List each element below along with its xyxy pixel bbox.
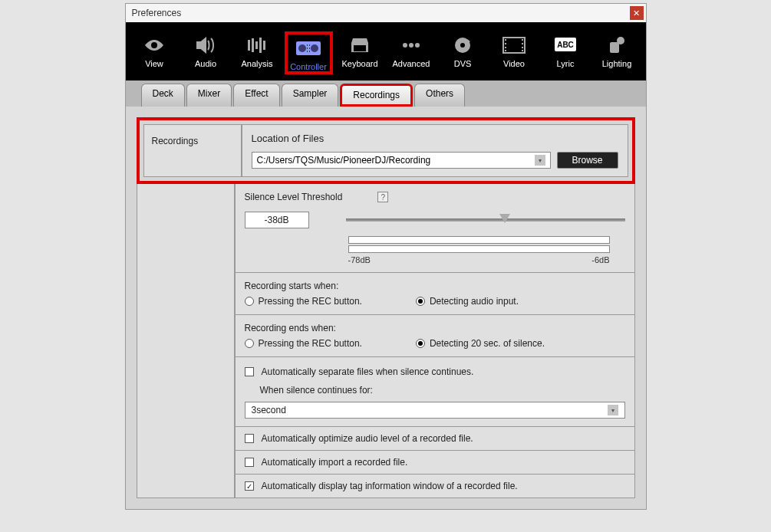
radio-icon bbox=[416, 339, 425, 348]
eye-icon bbox=[130, 31, 179, 59]
slider-thumb-icon bbox=[499, 214, 510, 223]
svg-rect-1 bbox=[248, 40, 250, 51]
preferences-window: Preferences ✕ View Audio Analysis Contro… bbox=[125, 3, 647, 510]
tab-mixer[interactable]: Mixer bbox=[186, 84, 232, 107]
location-highlight: Recordings Location of Files C:/Users/TQ… bbox=[137, 117, 635, 184]
toolbar-dvs[interactable]: DVS bbox=[439, 31, 487, 74]
window-title: Preferences bbox=[132, 8, 182, 18]
threshold-slider[interactable] bbox=[346, 216, 625, 224]
svg-text:ABC: ABC bbox=[557, 41, 574, 49]
toolbar-lyric[interactable]: ABC Lyric bbox=[542, 31, 590, 74]
toolbar-analysis[interactable]: Analysis bbox=[233, 31, 282, 74]
auto-optimize-check[interactable]: Automatically optimize audio level of a … bbox=[245, 432, 625, 445]
keyboard-icon bbox=[336, 31, 384, 59]
svg-rect-10 bbox=[309, 44, 310, 46]
main-panel: Recordings Location of Files C:/Users/TQ… bbox=[126, 107, 646, 509]
level-meter-left bbox=[348, 236, 610, 244]
titlebar: Preferences ✕ bbox=[126, 4, 646, 22]
silence-duration-label: When silence continues for: bbox=[245, 385, 625, 396]
radio-icon bbox=[245, 339, 254, 348]
rec-start-title: Recording starts when: bbox=[245, 281, 625, 291]
svg-rect-4 bbox=[259, 38, 262, 53]
close-button[interactable]: ✕ bbox=[630, 6, 644, 20]
svg-rect-11 bbox=[307, 48, 308, 49]
location-path-input[interactable]: C:/Users/TQS/Music/PioneerDJ/Recording ▾ bbox=[252, 152, 551, 169]
help-icon[interactable]: ? bbox=[377, 192, 388, 202]
rec-start-section: Recording starts when: Pressing the REC … bbox=[235, 273, 635, 315]
toolbar-keyboard[interactable]: Keyboard bbox=[336, 31, 384, 74]
auto-optimize-section: Automatically optimize audio level of a … bbox=[235, 427, 635, 451]
threshold-section: Silence Level Threshold ? -38dB bbox=[235, 184, 635, 273]
svg-rect-27 bbox=[522, 43, 523, 44]
dropdown-icon: ▾ bbox=[608, 405, 618, 415]
svg-rect-9 bbox=[307, 44, 308, 46]
radio-end-rec-button[interactable]: Pressing the REC button. bbox=[245, 338, 362, 349]
tab-sampler[interactable]: Sampler bbox=[282, 84, 339, 107]
toolbar: View Audio Analysis Controller Keyboard … bbox=[126, 22, 646, 80]
threshold-min: -78dB bbox=[348, 255, 371, 264]
svg-point-17 bbox=[409, 43, 414, 48]
tab-recordings[interactable]: Recordings bbox=[340, 84, 413, 107]
checkbox-icon bbox=[245, 458, 254, 467]
tab-others[interactable]: Others bbox=[414, 84, 465, 107]
svg-point-8 bbox=[311, 44, 318, 52]
abc-icon: ABC bbox=[542, 31, 590, 59]
toolbar-lighting[interactable]: Lighting bbox=[593, 31, 641, 74]
threshold-value[interactable]: -38dB bbox=[245, 212, 309, 228]
tab-effect[interactable]: Effect bbox=[233, 84, 279, 107]
dots-icon bbox=[387, 31, 436, 59]
svg-rect-24 bbox=[505, 47, 506, 48]
controller-icon bbox=[288, 34, 330, 62]
auto-import-check[interactable]: Automatically import a recorded file. bbox=[245, 455, 625, 469]
svg-point-16 bbox=[403, 43, 407, 48]
auto-display-check[interactable]: Automatically display tag information wi… bbox=[245, 479, 625, 493]
threshold-title: Silence Level Threshold bbox=[245, 192, 343, 202]
auto-import-section: Automatically import a recorded file. bbox=[235, 451, 635, 475]
svg-rect-3 bbox=[255, 41, 258, 49]
svg-rect-12 bbox=[309, 48, 310, 49]
svg-rect-5 bbox=[263, 41, 265, 50]
svg-point-33 bbox=[617, 37, 624, 44]
radio-icon bbox=[416, 297, 425, 306]
svg-rect-26 bbox=[522, 39, 523, 41]
radio-start-audio-input[interactable]: Detecting audio input. bbox=[416, 296, 519, 307]
tabs-row: Deck Mixer Effect Sampler Recordings Oth… bbox=[126, 80, 646, 107]
svg-rect-22 bbox=[505, 39, 506, 41]
checkbox-icon bbox=[245, 434, 254, 443]
level-meter-right bbox=[348, 245, 610, 253]
auto-display-section: Automatically display tag information wi… bbox=[235, 475, 635, 498]
auto-separate-check[interactable]: Automatically separate files when silenc… bbox=[245, 365, 625, 379]
radio-icon bbox=[245, 297, 254, 306]
browse-button[interactable]: Browse bbox=[557, 152, 618, 169]
tab-deck[interactable]: Deck bbox=[141, 84, 185, 107]
radio-end-silence[interactable]: Detecting 20 sec. of silence. bbox=[416, 338, 545, 349]
rec-end-section: Recording ends when: Pressing the REC bu… bbox=[235, 315, 635, 357]
location-title: Location of Files bbox=[252, 133, 618, 144]
rec-end-title: Recording ends when: bbox=[245, 323, 625, 333]
toolbar-audio[interactable]: Audio bbox=[182, 31, 230, 74]
toolbar-view[interactable]: View bbox=[130, 31, 179, 74]
svg-rect-2 bbox=[252, 38, 254, 52]
threshold-max: -6dB bbox=[591, 255, 609, 264]
film-icon bbox=[490, 31, 539, 59]
svg-rect-28 bbox=[522, 47, 523, 48]
toolbar-advanced[interactable]: Advanced bbox=[387, 31, 436, 74]
light-icon bbox=[593, 31, 641, 59]
auto-separate-section: Automatically separate files when silenc… bbox=[235, 357, 635, 427]
svg-point-18 bbox=[415, 43, 420, 48]
radio-start-rec-button[interactable]: Pressing the REC button. bbox=[245, 296, 362, 307]
svg-point-20 bbox=[460, 43, 465, 48]
svg-rect-21 bbox=[503, 38, 525, 53]
bars-icon bbox=[233, 31, 282, 59]
svg-rect-32 bbox=[610, 42, 619, 53]
dropdown-icon: ▾ bbox=[535, 155, 545, 166]
toolbar-controller[interactable]: Controller bbox=[285, 31, 333, 74]
silence-duration-select[interactable]: 3second ▾ bbox=[245, 402, 625, 419]
toolbar-video[interactable]: Video bbox=[490, 31, 539, 74]
checkbox-icon bbox=[245, 481, 254, 491]
svg-rect-13 bbox=[307, 51, 308, 52]
svg-rect-15 bbox=[354, 45, 366, 51]
speaker-icon bbox=[182, 31, 230, 59]
side-label: Recordings bbox=[143, 124, 242, 177]
svg-rect-23 bbox=[505, 43, 506, 44]
